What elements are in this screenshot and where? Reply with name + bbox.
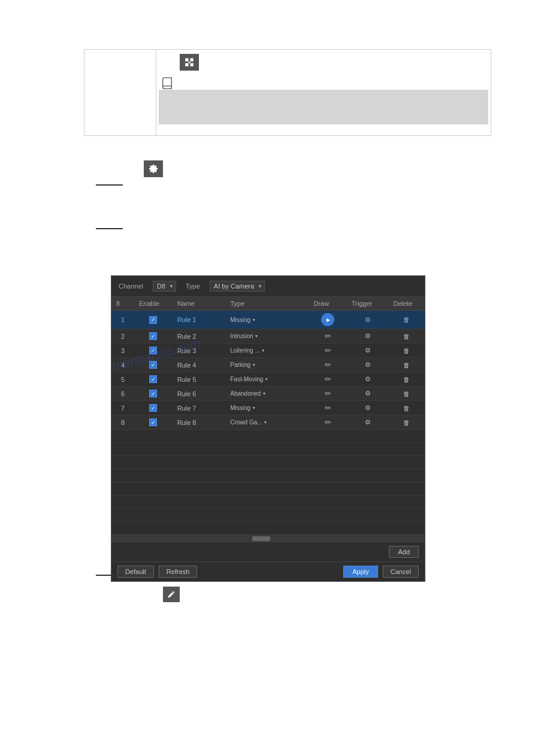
row-draw[interactable]: ✏ bbox=[309, 415, 347, 430]
play-icon[interactable] bbox=[321, 313, 334, 326]
row-trigger[interactable]: ⚙ bbox=[347, 372, 389, 387]
row-type[interactable]: Fast-Moving ▼ bbox=[225, 372, 309, 387]
horizontal-scrollbar[interactable] bbox=[111, 535, 425, 542]
row-delete[interactable]: 🗑 bbox=[388, 344, 425, 358]
row-type[interactable]: Missing ▼ bbox=[225, 311, 309, 329]
row-num: 6 bbox=[111, 387, 134, 401]
row-type[interactable]: Crowd Ga... ▼ bbox=[225, 415, 309, 430]
pencil-section bbox=[163, 587, 180, 602]
row-type[interactable]: Loitering ... ▼ bbox=[225, 344, 309, 358]
channel-select-wrapper[interactable]: D8 bbox=[153, 281, 176, 292]
enable-checkbox[interactable] bbox=[149, 418, 157, 426]
enable-checkbox[interactable] bbox=[149, 347, 157, 354]
row-draw[interactable]: ✏ bbox=[309, 401, 347, 415]
delete-trash-icon[interactable]: 🗑 bbox=[403, 333, 410, 340]
trigger-gear-icon[interactable]: ⚙ bbox=[365, 418, 371, 426]
row-delete[interactable]: 🗑 bbox=[388, 372, 425, 387]
row-type[interactable]: Parking ▼ bbox=[225, 358, 309, 372]
table-row[interactable]: 6 Rule 6 Abandoned ▼ ✏ bbox=[111, 387, 425, 401]
row-type[interactable]: Abandoned ▼ bbox=[225, 387, 309, 401]
row-trigger[interactable]: ⚙ bbox=[347, 387, 389, 401]
grid-icon-button[interactable] bbox=[180, 54, 199, 71]
row-draw[interactable]: ✏ bbox=[309, 358, 347, 372]
footer-left: Default Refresh bbox=[117, 566, 197, 578]
enable-checkbox[interactable] bbox=[149, 404, 157, 412]
row-type[interactable]: Intrusion ▼ bbox=[225, 329, 309, 344]
row-draw[interactable]: ✏ bbox=[309, 387, 347, 401]
row-trigger[interactable]: ⚙ bbox=[347, 358, 389, 372]
pencil-icon[interactable]: ✏ bbox=[325, 346, 331, 355]
pencil-icon[interactable]: ✏ bbox=[325, 332, 331, 341]
table-row[interactable]: 7 Rule 7 Missing ▼ ✏ ⚙ bbox=[111, 401, 425, 415]
row-delete[interactable]: 🗑 bbox=[388, 311, 425, 329]
delete-trash-icon[interactable]: 🗑 bbox=[403, 316, 410, 323]
cancel-button[interactable]: Cancel bbox=[383, 566, 419, 578]
table-row[interactable]: 2 Rule 2 Intrusion ▼ ✏ bbox=[111, 329, 425, 344]
type-select[interactable]: AI by Camera AI by NVR bbox=[210, 281, 265, 292]
row-enable[interactable] bbox=[134, 372, 173, 387]
trigger-gear-icon[interactable]: ⚙ bbox=[365, 404, 371, 411]
enable-checkbox[interactable] bbox=[149, 375, 157, 383]
delete-trash-icon[interactable]: 🗑 bbox=[403, 390, 410, 397]
pencil-icon[interactable]: ✏ bbox=[325, 403, 331, 412]
table-row[interactable]: 3 Rule 3 Loitering ... ▼ ✏ bbox=[111, 344, 425, 358]
trigger-gear-icon[interactable]: ⚙ bbox=[365, 361, 371, 368]
delete-trash-icon[interactable]: 🗑 bbox=[403, 376, 410, 383]
table-row[interactable]: 8 Rule 8 Crowd Ga... ▼ ✏ bbox=[111, 415, 425, 430]
row-trigger[interactable]: ⚙ bbox=[347, 415, 389, 430]
row-draw[interactable]: ✏ bbox=[309, 344, 347, 358]
pencil-button[interactable] bbox=[163, 587, 180, 602]
row-enable[interactable] bbox=[134, 311, 173, 329]
row-delete[interactable]: 🗑 bbox=[388, 415, 425, 430]
delete-trash-icon[interactable]: 🗑 bbox=[403, 362, 410, 369]
type-select-wrapper[interactable]: AI by Camera AI by NVR bbox=[210, 281, 265, 292]
row-delete[interactable]: 🗑 bbox=[388, 401, 425, 415]
row-trigger[interactable]: ⚙ bbox=[347, 329, 389, 344]
enable-checkbox[interactable] bbox=[149, 316, 157, 324]
pencil-icon[interactable]: ✏ bbox=[325, 418, 331, 427]
gear-icon-button[interactable] bbox=[144, 160, 163, 177]
row-delete[interactable]: 🗑 bbox=[388, 329, 425, 344]
th-trigger: Trigger bbox=[347, 297, 389, 311]
add-button[interactable]: Add bbox=[389, 546, 419, 558]
pencil-icon[interactable]: ✏ bbox=[325, 360, 331, 369]
enable-checkbox[interactable] bbox=[149, 361, 157, 369]
row-trigger[interactable]: ⚙ bbox=[347, 311, 389, 329]
pencil-icon[interactable]: ✏ bbox=[325, 389, 331, 398]
trigger-gear-icon[interactable]: ⚙ bbox=[365, 347, 371, 354]
row-enable[interactable] bbox=[134, 329, 173, 344]
trigger-gear-icon[interactable]: ⚙ bbox=[365, 390, 371, 397]
row-enable[interactable] bbox=[134, 415, 173, 430]
enable-checkbox[interactable] bbox=[149, 332, 157, 340]
pencil-icon[interactable]: ✏ bbox=[325, 375, 331, 384]
row-delete[interactable]: 🗑 bbox=[388, 387, 425, 401]
row-enable[interactable] bbox=[134, 358, 173, 372]
row-draw[interactable]: ✏ bbox=[309, 372, 347, 387]
trigger-gear-icon[interactable]: ⚙ bbox=[365, 375, 371, 382]
default-button[interactable]: Default bbox=[117, 566, 154, 578]
enable-checkbox[interactable] bbox=[149, 390, 157, 397]
delete-trash-icon[interactable]: 🗑 bbox=[403, 405, 410, 412]
trigger-gear-icon[interactable]: ⚙ bbox=[365, 332, 371, 339]
row-draw[interactable]: ✏ bbox=[309, 329, 347, 344]
empty-row bbox=[111, 456, 425, 469]
row-enable[interactable] bbox=[134, 344, 173, 358]
row-trigger[interactable]: ⚙ bbox=[347, 344, 389, 358]
row-enable[interactable] bbox=[134, 387, 173, 401]
apply-button[interactable]: Apply bbox=[343, 566, 378, 578]
row-enable[interactable] bbox=[134, 401, 173, 415]
table-row[interactable]: 4 Rule 4 Parking ▼ ✏ ⚙ bbox=[111, 358, 425, 372]
row-trigger[interactable]: ⚙ bbox=[347, 401, 389, 415]
refresh-button[interactable]: Refresh bbox=[159, 566, 198, 578]
table-row[interactable]: 1 Rule 1 Missing ▼ ⚙ bbox=[111, 311, 425, 329]
row-delete[interactable]: 🗑 bbox=[388, 358, 425, 372]
delete-trash-icon[interactable]: 🗑 bbox=[403, 347, 410, 354]
row-draw[interactable] bbox=[309, 311, 347, 329]
row-type[interactable]: Missing ▼ bbox=[225, 401, 309, 415]
scroll-thumb[interactable] bbox=[252, 536, 270, 541]
table-row[interactable]: 5 Rule 5 Fast-Moving ▼ ✏ bbox=[111, 372, 425, 387]
trigger-gear-icon[interactable]: ⚙ bbox=[365, 316, 371, 323]
delete-trash-icon[interactable]: 🗑 bbox=[403, 419, 410, 426]
channel-select[interactable]: D8 bbox=[153, 281, 176, 292]
svg-rect-2 bbox=[185, 63, 188, 66]
